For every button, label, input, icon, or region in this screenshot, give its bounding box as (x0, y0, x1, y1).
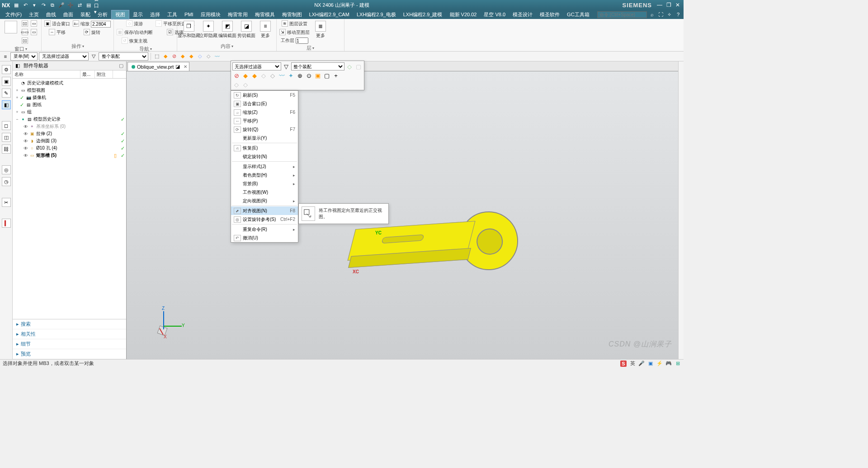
node-history-mode[interactable]: ◔历史记录建模模式 (13, 80, 126, 87)
sel-no-icon[interactable]: ⊘ (170, 53, 178, 60)
float-assembly-dropdown[interactable]: 整个装配 (291, 62, 344, 70)
ctx-rotate[interactable]: ⟳旋转(Q)F7 (231, 125, 298, 134)
filter-dropdown[interactable]: 无选择过滤器 (39, 52, 89, 61)
sec-detail[interactable]: ▸细节 (13, 339, 126, 349)
menu-app[interactable]: 应用模块 (197, 10, 224, 19)
menu-lxh-cam[interactable]: LXH编程2.9_CAM (306, 10, 353, 19)
zoom-button[interactable]: ±⌕缩放 (72, 20, 112, 28)
ctx-orient[interactable]: 定向视图(R)▸ (231, 197, 298, 205)
fit-window-button[interactable]: ▣适合窗口 (43, 20, 71, 28)
layout-4-button[interactable]: ▭ (30, 20, 38, 28)
menu-surface[interactable]: 曲面 (60, 10, 77, 19)
command-search-input[interactable] (597, 11, 647, 18)
float-wire-icon[interactable]: ◇ (259, 71, 268, 80)
sec-dependency[interactable]: ▸相关性 (13, 329, 126, 339)
node-hole[interactable]: 👁○Ø10 孔 (4)✓ (13, 145, 126, 152)
float-filter-dropdown[interactable]: 无选择过滤器 (232, 62, 281, 70)
node-extrude[interactable]: 👁▣拉伸 (2)✓ (13, 130, 126, 137)
undo-dd-icon[interactable]: ▾ (31, 1, 38, 9)
menu-curve[interactable]: 曲线 (42, 10, 60, 19)
menu-pmi[interactable]: PMI (181, 11, 197, 18)
content-more-button[interactable]: ≡更多 (256, 20, 274, 40)
ctx-fit[interactable]: ▣适合窗口(E) (231, 99, 298, 108)
lt-clock-icon[interactable]: ◷ (2, 177, 11, 186)
undo-icon[interactable]: ↶ (22, 1, 29, 9)
lt-chain-icon[interactable]: ⛓ (2, 145, 11, 154)
node-camera[interactable]: +✓📷摄像机 (13, 94, 126, 101)
menu-gc[interactable]: GC工具箱 (563, 10, 593, 19)
menu-xk[interactable]: 星空 V8.0 (480, 10, 509, 19)
close-button[interactable]: ✕ (674, 1, 682, 9)
menu-home[interactable]: 主页 (25, 10, 42, 19)
float-snap2-icon[interactable]: ⊕ (296, 71, 304, 80)
ctx-workview[interactable]: 工作视图(W) (231, 188, 298, 197)
menu-assembly[interactable]: 装配 (77, 10, 94, 19)
node-model-history[interactable]: −●▤模型历史记录✓ (13, 116, 126, 123)
col-rec[interactable]: 最... (80, 70, 95, 78)
assembly-dropdown[interactable]: 整个装配 (99, 52, 148, 61)
lt-assy-icon[interactable]: ◫ (2, 133, 11, 142)
clip-section-button[interactable]: ◪剪切截面 (237, 20, 255, 40)
float-opt2-icon[interactable]: ▢ (354, 62, 363, 70)
layout-3-button[interactable]: ▯▯ (21, 37, 29, 45)
menu-mlcy[interactable]: 梅雷常用 (224, 10, 251, 19)
ctx-zoom[interactable]: ⌕缩放(Z)F6 (231, 108, 298, 117)
lt-bookmark-icon[interactable]: ▍ (2, 219, 11, 228)
window-big-button[interactable] (2, 20, 20, 35)
col-attach[interactable]: 附注 (95, 70, 113, 78)
sel-face-icon[interactable]: ◆ (188, 53, 195, 60)
roam-button[interactable]: ◇漫游 (116, 20, 154, 28)
node-slot[interactable]: 👁▭矩形槽 (5)▯✓ (13, 152, 126, 159)
float-face-icon[interactable]: ◆ (250, 71, 259, 80)
float-snap1-icon[interactable]: ✦ (287, 71, 295, 80)
list-icon[interactable]: ≡ (2, 53, 9, 60)
sel-wire-icon[interactable]: ◇ (196, 53, 203, 60)
menu-tool[interactable]: 工具 (164, 10, 181, 19)
node-model-view[interactable]: +▭模型视图 (13, 87, 126, 94)
node-group[interactable]: +▭组 (13, 108, 126, 116)
restore-button[interactable]: ❐ (665, 1, 673, 9)
instant-hide-button[interactable]: ✦立即隐藏 (199, 20, 217, 40)
ctx-update[interactable]: 更新显示(Y) (231, 134, 298, 142)
float-box2-icon[interactable]: ▢ (323, 71, 331, 80)
node-datum[interactable]: 👁✦基准坐标系 (0) (13, 123, 126, 130)
tray-electrode-icon[interactable]: ⚡ (656, 360, 663, 367)
menu-msj[interactable]: 模圣设计 (509, 10, 536, 19)
tray-game-icon[interactable]: 🎮 (665, 360, 672, 367)
lt-tools-icon[interactable]: ✂ (2, 198, 11, 207)
layout-1-button[interactable]: ▯▯ (21, 20, 29, 28)
save-icon[interactable]: ▦ (13, 1, 20, 9)
settings-icon[interactable]: ✧ (666, 11, 673, 18)
lt-gear-icon[interactable]: ⚙ (2, 65, 11, 74)
layout-2-button[interactable]: ▭▭ (21, 28, 29, 37)
minimize-button[interactable]: — (656, 1, 664, 9)
ctx-undo[interactable]: ↶撤消(U) (231, 234, 298, 242)
sel-icon-2[interactable]: ◆ (162, 53, 169, 60)
float-snap3-icon[interactable]: ⊙ (305, 71, 313, 80)
search-icon[interactable]: ⌕ (649, 11, 656, 18)
ctx-dispstyle[interactable]: 显示样式(J)▸ (231, 162, 298, 171)
ime-lang[interactable]: 英 (629, 360, 636, 367)
layout-5-button[interactable]: ▭ (30, 28, 38, 37)
menu-lxh-electrode[interactable]: LXH编程2.9_电极 (353, 10, 400, 19)
sec-search[interactable]: ▸搜索 (13, 319, 126, 329)
ctx-shadetype[interactable]: 着色类型(H)▸ (231, 171, 298, 179)
ctx-background[interactable]: 背景(B)▸ (231, 179, 298, 188)
sec-preview[interactable]: ▸预览 (13, 349, 126, 359)
menu-nx[interactable]: 能新 V20.02 (446, 10, 481, 19)
node-drawing[interactable]: ✓▤图纸 (13, 101, 126, 108)
lt-history-icon[interactable]: ✎ (2, 89, 11, 98)
mic-icon[interactable]: 🎤 (58, 1, 65, 9)
ime-icon[interactable]: S (620, 360, 627, 367)
menu-dropdown[interactable]: 菜单(M) (10, 52, 38, 61)
float-curve-icon[interactable]: 〰 (278, 71, 286, 80)
menu-file[interactable]: 文件(F) (2, 10, 25, 19)
menu-view[interactable]: 视图 (111, 10, 129, 19)
lt-cube-icon[interactable]: ▣ (2, 77, 11, 86)
col-name[interactable]: 名称 (13, 70, 80, 78)
saveauto-button[interactable]: ▦保存/自动判断 (116, 28, 154, 37)
float-filter-icon[interactable]: ▽ (282, 62, 290, 70)
link-icon[interactable]: ⇄ (76, 1, 83, 9)
sel-edge-icon[interactable]: ◇ (205, 53, 212, 60)
add-icon[interactable]: ➕ (67, 1, 74, 9)
